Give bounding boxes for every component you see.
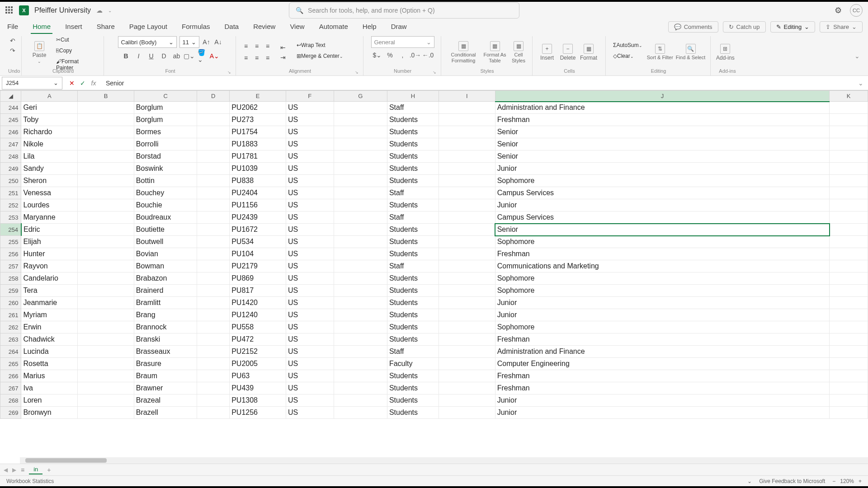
row-header[interactable]: 263 (0, 333, 21, 346)
cell-B264[interactable] (78, 346, 134, 358)
cell-D265[interactable] (197, 358, 230, 370)
cell-F255[interactable]: US (286, 236, 334, 248)
cell-B251[interactable] (78, 187, 134, 199)
cell-K264[interactable] (830, 346, 868, 358)
row-header[interactable]: 254 (0, 224, 21, 236)
cell-H248[interactable]: Students (387, 150, 439, 163)
cell-C255[interactable]: Boutwell (134, 236, 197, 248)
row-header[interactable]: 245 (0, 114, 21, 126)
cell-I267[interactable] (439, 382, 495, 394)
cell-D269[interactable] (197, 407, 230, 419)
cell-C261[interactable]: Brang (134, 309, 197, 321)
cell-G262[interactable] (334, 321, 387, 333)
cell-H247[interactable]: Students (387, 138, 439, 150)
cell-I246[interactable] (439, 126, 495, 138)
cell-H257[interactable]: Staff (387, 260, 439, 272)
cell-E261[interactable]: PU1240 (230, 309, 286, 321)
row-header[interactable]: 250 (0, 175, 21, 187)
cell-D255[interactable] (197, 236, 230, 248)
cell-I260[interactable] (439, 297, 495, 309)
cell-B262[interactable] (78, 321, 134, 333)
cell-H267[interactable]: Students (387, 382, 439, 394)
cell-D251[interactable] (197, 187, 230, 199)
cell-F268[interactable]: US (286, 394, 334, 407)
cell-J268[interactable]: Junior (495, 394, 830, 407)
comments-button[interactable]: 💬Comments (668, 21, 718, 33)
cell-C266[interactable]: Braum (134, 370, 197, 382)
cell-C265[interactable]: Brasure (134, 358, 197, 370)
cell-E262[interactable]: PU558 (230, 321, 286, 333)
cell-A261[interactable]: Myriam (21, 309, 78, 321)
cell-B250[interactable] (78, 175, 134, 187)
cut-button[interactable]: ✂Cut (54, 37, 99, 47)
row-header[interactable]: 261 (0, 309, 21, 321)
cell-E247[interactable]: PU1883 (230, 138, 286, 150)
cell-A259[interactable]: Tera (21, 285, 78, 297)
cell-E250[interactable]: PU838 (230, 175, 286, 187)
delete-cells-button[interactable]: −Delete (559, 39, 577, 66)
cell-A246[interactable]: Richardo (21, 126, 78, 138)
cell-H268[interactable]: Students (387, 394, 439, 407)
cell-A257[interactable]: Rayvon (21, 260, 78, 272)
cell-G254[interactable] (334, 224, 387, 236)
title-dropdown-icon[interactable]: ⌄ (108, 8, 112, 13)
cell-A252[interactable]: Lourdes (21, 199, 78, 211)
cell-D247[interactable] (197, 138, 230, 150)
cell-H251[interactable]: Staff (387, 187, 439, 199)
copy-button[interactable]: ⎘Copy (54, 47, 99, 57)
cell-B258[interactable] (78, 272, 134, 285)
cell-E251[interactable]: PU2404 (230, 187, 286, 199)
cell-I254[interactable] (439, 224, 495, 236)
cell-K254[interactable] (830, 224, 868, 236)
column-header-I[interactable]: I (439, 91, 495, 102)
cell-F269[interactable]: US (286, 407, 334, 419)
cell-J251[interactable]: Campus Services (495, 187, 830, 199)
cell-H261[interactable]: Students (387, 309, 439, 321)
cell-B269[interactable] (78, 407, 134, 419)
cell-F266[interactable]: US (286, 370, 334, 382)
cell-E249[interactable]: PU1039 (230, 163, 286, 175)
cell-F252[interactable]: US (286, 199, 334, 211)
cell-K244[interactable] (830, 102, 868, 114)
cell-K249[interactable] (830, 163, 868, 175)
font-size-select[interactable]: 11⌄ (179, 36, 199, 48)
cell-styles-button[interactable]: ▦Cell Styles (509, 39, 528, 66)
cell-A244[interactable]: Geri (21, 102, 78, 114)
cell-I249[interactable] (439, 163, 495, 175)
cell-E266[interactable]: PU63 (230, 370, 286, 382)
cell-A245[interactable]: Toby (21, 114, 78, 126)
menu-tab-help[interactable]: Help (361, 20, 378, 34)
cell-A262[interactable]: Erwin (21, 321, 78, 333)
cell-H258[interactable]: Students (387, 272, 439, 285)
add-sheet-icon[interactable]: + (47, 466, 51, 474)
cell-C246[interactable]: Bormes (134, 126, 197, 138)
cell-A265[interactable]: Rosetta (21, 358, 78, 370)
cell-J246[interactable]: Senior (495, 126, 830, 138)
workbook-stats[interactable]: Workbook Statistics (6, 478, 54, 484)
cell-E252[interactable]: PU1156 (230, 199, 286, 211)
menu-tab-data[interactable]: Data (223, 20, 241, 34)
dialog-launcher-icon[interactable]: ↘ (355, 70, 359, 75)
merge-center-button[interactable]: ⊞Merge & Center⌄ (295, 53, 345, 63)
row-header[interactable]: 260 (0, 297, 21, 309)
column-header-K[interactable]: K (830, 91, 868, 102)
formula-input[interactable]: Senior (101, 80, 854, 87)
cell-E267[interactable]: PU439 (230, 382, 286, 394)
cell-J248[interactable]: Senior (495, 150, 830, 163)
cell-F246[interactable]: US (286, 126, 334, 138)
align-right-icon[interactable]: ≡ (263, 53, 272, 62)
cell-J253[interactable]: Campus Services (495, 211, 830, 224)
spreadsheet-area[interactable]: ◢ABCDEFGHIJK 244GeriBorglumPU2062USStaff… (0, 90, 868, 464)
cell-F267[interactable]: US (286, 382, 334, 394)
cell-I263[interactable] (439, 333, 495, 346)
cell-E248[interactable]: PU1781 (230, 150, 286, 163)
document-title[interactable]: Pfeiffer University (34, 6, 91, 14)
dialog-launcher-icon[interactable]: ↘ (433, 70, 436, 75)
cell-K258[interactable] (830, 272, 868, 285)
cell-I255[interactable] (439, 236, 495, 248)
cell-D261[interactable] (197, 309, 230, 321)
shrink-font-icon[interactable]: A↓ (214, 38, 223, 47)
cell-D262[interactable] (197, 321, 230, 333)
cell-K247[interactable] (830, 138, 868, 150)
cell-E253[interactable]: PU2439 (230, 211, 286, 224)
